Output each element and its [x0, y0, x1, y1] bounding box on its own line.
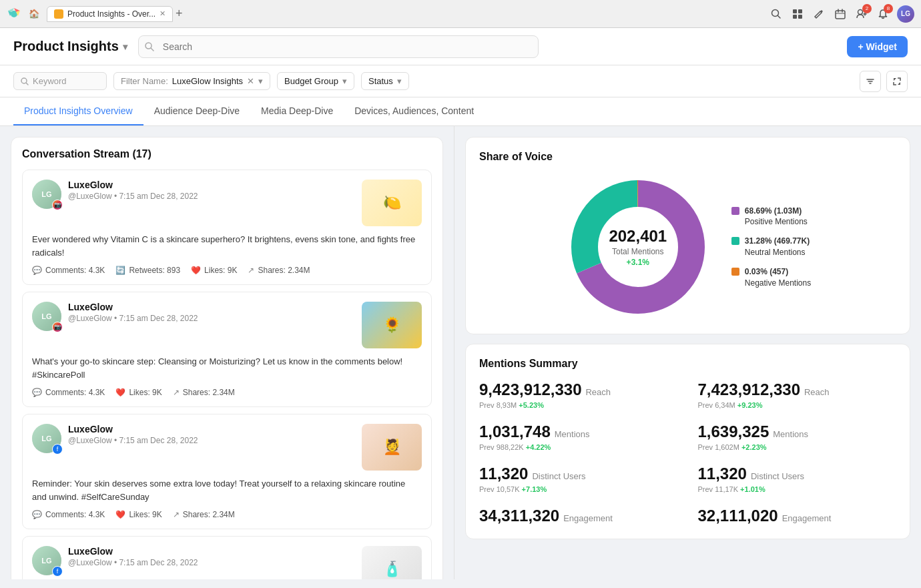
filter-name-tag[interactable]: Filter Name: LuxeGlow Insights ✕ ▾: [113, 72, 270, 90]
active-tab[interactable]: Product Insights - Over... ✕: [47, 6, 173, 22]
title-chevron-icon[interactable]: ▾: [123, 41, 127, 52]
sov-legend: 68.69% (1.03M) Positive Mentions 31.28% …: [731, 206, 811, 289]
post-text: Reminder: Your skin deserves some extra …: [32, 477, 422, 503]
keyword-filter[interactable]: Keyword: [13, 72, 107, 90]
shares-label: Shares: 2.34M: [258, 266, 310, 275]
post-card: LG f LuxeGlow @LuxeGlow • 7:15 am Dec 28…: [22, 536, 432, 579]
retweets-stat: 🔄 Retweets: 893: [115, 266, 180, 275]
expand-button[interactable]: [886, 71, 908, 92]
filter-name-remove-icon[interactable]: ✕: [247, 76, 254, 86]
share-icon: ↗: [173, 388, 180, 397]
share-of-voice-title: Share of Voice: [479, 151, 896, 163]
home-button[interactable]: 🏠: [27, 7, 41, 21]
left-panel: Conversation Stream (17) LG 📷 LuxeGlow @…: [0, 126, 454, 579]
tab-product-insights-overview[interactable]: Product Insights Overview: [13, 97, 143, 125]
browser-actions: 2 8 LG: [769, 5, 914, 23]
svg-rect-4: [793, 15, 797, 19]
metric-main: 9,423,912,330 Reach: [479, 380, 678, 399]
neutral-dot: [731, 237, 739, 245]
filter-name-chevron-icon[interactable]: ▾: [258, 76, 263, 86]
metric-label: Reach: [804, 387, 830, 397]
user-avatar[interactable]: LG: [897, 5, 914, 23]
legend-text-neutral: 31.28% (469.77K) Neutral Mentions: [745, 236, 810, 258]
metric-label: Distinct Users: [751, 471, 804, 481]
post-handle-time: @LuxeGlow • 7:15 am Dec 28, 2022: [68, 436, 355, 445]
filter-name-value: LuxeGlow Insights: [172, 76, 243, 86]
neutral-label: Neutral Mentions: [745, 248, 806, 257]
post-image: 🍋: [362, 180, 422, 226]
filter-button[interactable]: [860, 71, 881, 92]
comment-icon: 💬: [32, 266, 42, 275]
add-widget-button[interactable]: + Widget: [847, 36, 908, 57]
browser-chrome: 🏠 Product Insights - Over... ✕ + 2 8 LG: [0, 0, 921, 28]
svg-rect-6: [836, 11, 845, 19]
share-of-voice-content: 202,401 Total Mentions +3.1% 68.69% (1.0…: [479, 174, 896, 320]
shares-stat: ↗ Shares: 2.34M: [173, 388, 235, 397]
metric-main: 1,031,748 Mentions: [479, 422, 678, 441]
post-stats: 💬 Comments: 4.3K ❤️ Likes: 9K ↗ Shares: …: [32, 388, 422, 397]
comments-stat: 💬 Comments: 4.3K: [32, 510, 105, 519]
status-filter[interactable]: Status ▾: [361, 72, 409, 90]
metric-sub: Prev 6,34M +9.23%: [698, 401, 897, 409]
post-text: What's your go-to skincare step: Cleansi…: [32, 355, 422, 381]
instagram-badge: 📷: [52, 322, 63, 332]
post-meta: LuxeGlow @LuxeGlow • 7:15 am Dec 28, 202…: [68, 180, 355, 201]
browser-search-icon[interactable]: [769, 7, 784, 21]
likes-label: Likes: 9K: [129, 510, 162, 519]
app-header: Product Insights ▾ + Widget: [0, 28, 921, 65]
post-avatar: LG 📷: [32, 180, 61, 209]
post-author: LuxeGlow: [68, 180, 355, 190]
tab-bar: Product Insights - Over... ✕ +: [47, 6, 763, 22]
main-content: Conversation Stream (17) LG 📷 LuxeGlow @…: [0, 126, 921, 579]
metric-number: 7,423,912,330: [698, 380, 800, 399]
comments-stat: 💬 Comments: 4.3K: [32, 388, 105, 397]
post-handle-time: @LuxeGlow • 7:15 am Dec 28, 2022: [68, 314, 355, 323]
tab-audience-deep-dive[interactable]: Audience Deep-Dive: [143, 97, 250, 125]
metric-change: +1.01%: [740, 485, 765, 493]
browser-edit-icon[interactable]: [812, 7, 826, 21]
post-stats: 💬 Comments: 4.3K ❤️ Likes: 9K ↗ Shares: …: [32, 510, 422, 519]
facebook-badge: f: [52, 566, 63, 577]
filter-bar: Keyword Filter Name: LuxeGlow Insights ✕…: [0, 65, 921, 97]
metric-label: Distinct Users: [532, 471, 585, 481]
metric-number: 1,031,748: [479, 422, 551, 441]
search-input[interactable]: [138, 35, 539, 58]
retweet-icon: 🔄: [115, 266, 125, 275]
browser-user-follow-icon[interactable]: 2: [854, 7, 869, 21]
browser-grid-icon[interactable]: [790, 7, 805, 21]
mentions-summary-card: Mentions Summary 9,423,912,330 Reach Pre…: [465, 344, 910, 539]
post-header: LG f LuxeGlow @LuxeGlow • 7:15 am Dec 28…: [32, 424, 422, 471]
post-text: Ever wondered why Vitamin C is a skincar…: [32, 233, 422, 259]
tab-icon: [54, 9, 63, 19]
browser-bell-icon[interactable]: 8: [876, 7, 890, 21]
post-author: LuxeGlow: [68, 302, 355, 312]
metric-change: +9.23%: [737, 401, 763, 409]
post-header: LG f LuxeGlow @LuxeGlow • 7:15 am Dec 28…: [32, 546, 422, 579]
metric-sub: Prev 10,57K +7.13%: [479, 485, 678, 493]
metric-main: 32,111,020 Engagement: [698, 507, 897, 525]
add-tab-button[interactable]: +: [176, 7, 183, 21]
tab-close-button[interactable]: ✕: [160, 9, 166, 18]
metric-label: Mentions: [773, 429, 808, 439]
budget-group-filter[interactable]: Budget Group ▾: [277, 72, 354, 90]
post-header: LG 📷 LuxeGlow @LuxeGlow • 7:15 am Dec 28…: [32, 180, 422, 226]
metric-number: 11,320: [698, 465, 747, 483]
tab-media-deep-dive[interactable]: Media Deep-Dive: [250, 97, 344, 125]
tabs-bar: Product Insights Overview Audience Deep-…: [0, 97, 921, 126]
metric-number: 11,320: [479, 465, 528, 483]
filter-name-label: Filter Name:: [121, 76, 168, 86]
retweets-label: Retweets: 893: [129, 266, 180, 275]
browser-calendar-icon[interactable]: [833, 7, 848, 21]
status-chevron-icon[interactable]: ▾: [397, 76, 402, 86]
search-bar: [138, 35, 539, 58]
svg-rect-3: [798, 9, 802, 13]
tab-devices-audiences-content[interactable]: Devices, Audiences, Content: [344, 97, 485, 125]
svg-rect-2: [793, 9, 797, 13]
comment-icon: 💬: [32, 388, 42, 397]
total-mentions-change: +3.1%: [609, 258, 667, 267]
comments-label: Comments: 4.3K: [45, 388, 105, 397]
budget-group-chevron-icon[interactable]: ▾: [342, 76, 347, 86]
post-meta: LuxeGlow @LuxeGlow • 7:15 am Dec 28, 202…: [68, 424, 355, 445]
shares-stat: ↗ Shares: 2.34M: [248, 266, 310, 275]
metric-sub: Prev 8,93M +5.23%: [479, 401, 678, 409]
